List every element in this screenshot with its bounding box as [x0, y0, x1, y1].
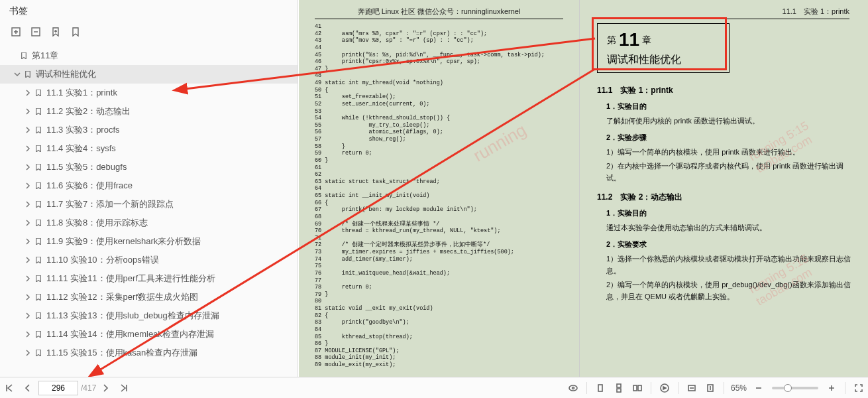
bookmark-label: 11.12 实验12：采集perf数据生成火焰图 — [46, 291, 198, 303]
bookmark-node[interactable]: 11.10 实验10：分析oops错误 — [0, 251, 298, 269]
caret-icon — [23, 182, 33, 189]
bookmark-icon[interactable] — [66, 24, 85, 40]
bottom-toolbar: /417 65% — [0, 377, 868, 398]
paragraph: 通过本实验学会使用动态输出的方式来辅助调试。 — [606, 222, 853, 234]
bookmark-node[interactable]: 调试和性能优化 — [0, 65, 298, 84]
bookmark-icon — [33, 164, 44, 170]
bookmark-node[interactable]: 11.15 实验15：使用kasan检查内存泄漏 — [0, 344, 298, 362]
caret-icon — [23, 275, 33, 282]
bookmark-icon — [33, 257, 44, 263]
bookmark-icon — [33, 220, 44, 226]
caret-icon — [23, 238, 33, 245]
bookmarks-sidebar: 书签 第11章调试和性能优化11.1 实验1：printk11.2 实验2：动态… — [0, 0, 298, 377]
bookmark-label: 11.3 实验3：procfs — [46, 124, 120, 136]
paragraph: 2）编写一个简单的内核模块，使用 pr_debug()/dev_dbg()函数来… — [606, 279, 853, 302]
bookmark-node[interactable]: 11.6 实验6：使用frace — [0, 176, 298, 195]
caret-icon — [23, 90, 33, 96]
bookmark-node[interactable]: 11.4 实验4：sysfs — [0, 139, 298, 158]
bookmark-icon — [33, 201, 44, 208]
caret-icon — [23, 201, 33, 208]
bookmark-node[interactable]: 11.14 实验14：使用kmemleak检查内存泄漏 — [0, 325, 298, 344]
bookmark-icon — [33, 294, 44, 300]
bookmark-add-icon[interactable] — [46, 24, 65, 40]
caret-icon — [23, 108, 33, 115]
sidebar-header: 书签 — [0, 0, 298, 20]
caret-icon — [23, 164, 33, 170]
bookmark-label: 11.4 实验4：sysfs — [46, 143, 116, 155]
zoom-out-button[interactable] — [749, 379, 768, 397]
bookmark-label: 11.14 实验14：使用kmemleak检查内存泄漏 — [46, 328, 214, 340]
page-left[interactable]: 奔跑吧 Linux 社区 微信公众号：runninglinuxkernel 41… — [299, 0, 579, 377]
zoom-in-button[interactable] — [822, 379, 841, 397]
bookmark-node[interactable]: 第11章 — [0, 46, 298, 65]
code-listing: 41 42 asm("mrs %0, cpsr" : "=r" (cpsr) :… — [315, 23, 567, 369]
paragraph: 了解如何使用内核的 printk 函数进行输出调试。 — [606, 115, 853, 127]
bookmark-icon — [33, 350, 44, 356]
svg-rect-10 — [638, 385, 641, 391]
bookmark-label: 11.10 实验10：分析oops错误 — [46, 254, 159, 266]
svg-rect-7 — [617, 384, 621, 387]
single-page-icon[interactable] — [591, 379, 610, 397]
bookmark-label: 11.15 实验15：使用kasan检查内存泄漏 — [46, 347, 197, 359]
bookmark-node[interactable]: 11.9 实验9：使用kernelshark来分析数据 — [0, 232, 298, 251]
bookmark-label: 调试和性能优化 — [36, 68, 96, 80]
page-input[interactable] — [38, 381, 78, 395]
bookmark-icon — [33, 331, 44, 338]
collapse-all-icon[interactable] — [27, 24, 45, 40]
section-heading: 11.2 实验 2：动态输出 — [597, 192, 853, 203]
autoscroll-icon[interactable] — [655, 379, 674, 397]
zoom-slider[interactable] — [772, 387, 818, 389]
bookmark-node[interactable]: 11.5 实验5：debugfs — [0, 158, 298, 176]
caret-icon — [23, 145, 33, 152]
bookmark-icon — [33, 275, 44, 282]
next-page-button[interactable] — [96, 379, 115, 397]
bookmark-label: 11.11 实验11：使用perf工具来进行性能分析 — [46, 273, 215, 285]
svg-rect-9 — [633, 385, 637, 391]
svg-point-5 — [572, 387, 574, 389]
caret-icon — [12, 71, 23, 78]
eye-icon[interactable] — [564, 379, 582, 397]
sidebar-title: 书签 — [9, 5, 288, 17]
highlight-chapter-box — [592, 17, 727, 70]
zoom-label: 65% — [731, 383, 747, 393]
continuous-page-icon[interactable] — [610, 379, 628, 397]
fit-page-icon[interactable] — [701, 379, 720, 397]
page-right[interactable]: 11.1 实验 1：printk 第 11 章 调试和性能优化 11.1 实验 … — [580, 0, 868, 377]
bookmark-node[interactable]: 11.11 实验11：使用perf工具来进行性能分析 — [0, 269, 298, 288]
last-page-button[interactable] — [115, 379, 133, 397]
fullscreen-icon[interactable] — [849, 379, 868, 397]
first-page-button[interactable] — [0, 379, 19, 397]
caret-icon — [23, 220, 33, 226]
fit-width-icon[interactable] — [682, 379, 701, 397]
prev-page-button[interactable] — [19, 379, 37, 397]
caret-icon — [23, 294, 33, 300]
bookmark-node[interactable]: 11.3 实验3：procfs — [0, 121, 298, 139]
svg-rect-6 — [598, 385, 602, 391]
subsection: 2．实验步骤 — [606, 133, 853, 143]
bookmark-icon — [19, 52, 29, 59]
bookmark-node[interactable]: 11.2 实验2：动态输出 — [0, 102, 298, 121]
bookmark-node[interactable]: 11.13 实验13：使用slub_debug检查内存泄漏 — [0, 306, 298, 325]
bookmark-icon — [33, 90, 44, 96]
bookmark-node[interactable]: 11.12 实验12：采集perf数据生成火焰图 — [0, 288, 298, 306]
expand-all-icon[interactable] — [7, 24, 25, 40]
caret-icon — [23, 257, 33, 263]
subsection: 2．实验要求 — [606, 239, 853, 249]
two-page-icon[interactable] — [628, 379, 647, 397]
bookmark-label: 11.1 实验1：printk — [46, 87, 117, 99]
bookmark-icon — [33, 108, 44, 115]
paragraph: 1）选择一个你熟悉的内核模块或者驱动模块打开动态输出功能来观察日志信息。 — [606, 253, 853, 277]
bookmark-icon — [23, 71, 33, 78]
bookmark-node[interactable]: 11.7 实验7：添加一个新的跟踪点 — [0, 195, 298, 214]
bookmark-tree[interactable]: 第11章调试和性能优化11.1 实验1：printk11.2 实验2：动态输出1… — [0, 46, 298, 377]
bookmark-label: 11.7 实验7：添加一个新的跟踪点 — [46, 198, 174, 210]
bookmark-icon — [33, 145, 44, 152]
bookmark-label: 11.8 实验8：使用示踪标志 — [46, 217, 148, 229]
bookmark-label: 第11章 — [32, 50, 58, 62]
bookmark-node[interactable]: 11.8 实验8：使用示踪标志 — [0, 214, 298, 232]
svg-point-4 — [569, 385, 577, 391]
bookmark-label: 11.5 实验5：debugfs — [46, 161, 127, 173]
bookmark-node[interactable]: 11.1 实验1：printk — [0, 84, 298, 102]
bookmark-label: 11.6 实验6：使用frace — [46, 180, 133, 192]
bookmark-label: 11.13 实验13：使用slub_debug检查内存泄漏 — [46, 310, 219, 322]
